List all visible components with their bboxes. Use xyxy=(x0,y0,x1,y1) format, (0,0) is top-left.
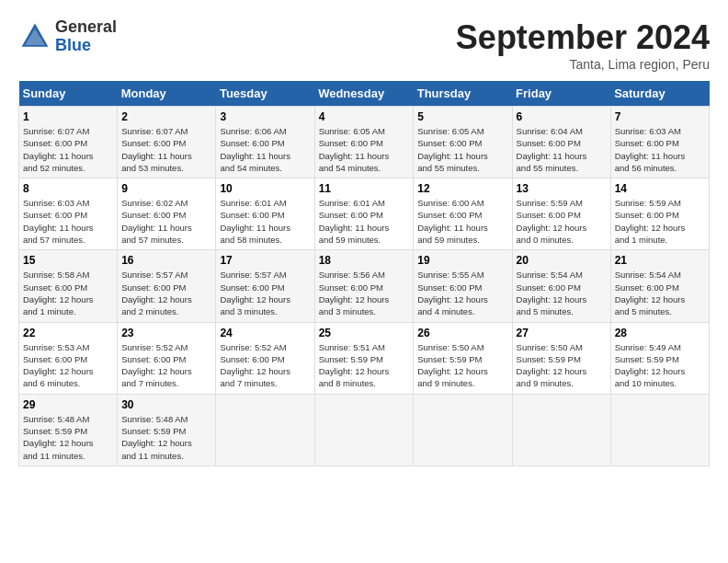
calendar-cell: 25Sunrise: 5:51 AM Sunset: 5:59 PM Dayli… xyxy=(314,322,414,394)
day-info: Sunrise: 6:01 AM Sunset: 6:00 PM Dayligh… xyxy=(319,197,410,246)
day-info: Sunrise: 5:52 AM Sunset: 6:00 PM Dayligh… xyxy=(220,341,310,390)
calendar-cell: 18Sunrise: 5:56 AM Sunset: 6:00 PM Dayli… xyxy=(314,250,414,322)
day-number: 28 xyxy=(615,327,705,339)
day-number: 13 xyxy=(517,182,607,195)
day-number: 11 xyxy=(319,182,410,195)
logo-blue: Blue xyxy=(55,36,91,54)
day-info: Sunrise: 6:05 AM Sunset: 6:00 PM Dayligh… xyxy=(417,125,507,174)
day-info: Sunrise: 5:54 AM Sunset: 6:00 PM Dayligh… xyxy=(517,269,607,317)
day-number: 29 xyxy=(23,398,113,411)
calendar-cell: 30Sunrise: 5:48 AM Sunset: 5:59 PM Dayli… xyxy=(118,394,216,465)
day-info: Sunrise: 6:02 AM Sunset: 6:00 PM Dayligh… xyxy=(121,197,211,246)
day-number: 25 xyxy=(319,327,410,339)
weekday-header-tuesday: Tuesday xyxy=(216,81,314,107)
day-number: 14 xyxy=(615,182,705,195)
calendar-cell: 11Sunrise: 6:01 AM Sunset: 6:00 PM Dayli… xyxy=(314,178,414,250)
day-info: Sunrise: 5:54 AM Sunset: 6:00 PM Dayligh… xyxy=(615,269,705,317)
calendar-cell: 9Sunrise: 6:02 AM Sunset: 6:00 PM Daylig… xyxy=(118,178,216,250)
calendar-cell: 21Sunrise: 5:54 AM Sunset: 6:00 PM Dayli… xyxy=(610,250,709,322)
calendar-cell: 16Sunrise: 5:57 AM Sunset: 6:00 PM Dayli… xyxy=(118,250,216,322)
day-number: 10 xyxy=(220,182,310,195)
weekday-header-friday: Friday xyxy=(512,81,610,107)
day-number: 3 xyxy=(220,110,310,123)
calendar-table: SundayMondayTuesdayWednesdayThursdayFrid… xyxy=(18,81,710,466)
calendar-cell: 2Sunrise: 6:07 AM Sunset: 6:00 PM Daylig… xyxy=(118,107,216,178)
calendar-cell: 29Sunrise: 5:48 AM Sunset: 5:59 PM Dayli… xyxy=(19,394,118,465)
calendar-cell xyxy=(414,394,512,465)
calendar-cell: 17Sunrise: 5:57 AM Sunset: 6:00 PM Dayli… xyxy=(216,250,314,322)
logo-general: General xyxy=(55,17,117,36)
month-title: September 2024 xyxy=(456,18,710,57)
day-info: Sunrise: 6:00 AM Sunset: 6:00 PM Dayligh… xyxy=(417,197,507,246)
day-info: Sunrise: 5:59 AM Sunset: 6:00 PM Dayligh… xyxy=(517,197,607,246)
day-number: 17 xyxy=(220,254,310,267)
day-number: 8 xyxy=(23,182,113,195)
day-info: Sunrise: 5:59 AM Sunset: 6:00 PM Dayligh… xyxy=(615,197,705,246)
day-number: 19 xyxy=(417,254,507,267)
day-number: 23 xyxy=(121,327,211,339)
calendar-week-2: 8Sunrise: 6:03 AM Sunset: 6:00 PM Daylig… xyxy=(19,178,710,250)
day-info: Sunrise: 6:06 AM Sunset: 6:00 PM Dayligh… xyxy=(220,125,310,174)
calendar-cell xyxy=(610,394,709,465)
day-number: 27 xyxy=(517,327,607,339)
calendar-cell: 5Sunrise: 6:05 AM Sunset: 6:00 PM Daylig… xyxy=(414,107,512,178)
day-info: Sunrise: 6:04 AM Sunset: 6:00 PM Dayligh… xyxy=(517,125,607,174)
day-info: Sunrise: 5:50 AM Sunset: 5:59 PM Dayligh… xyxy=(517,341,607,390)
day-number: 6 xyxy=(517,110,607,123)
day-number: 24 xyxy=(220,327,310,339)
day-number: 15 xyxy=(23,254,113,267)
day-info: Sunrise: 5:58 AM Sunset: 6:00 PM Dayligh… xyxy=(23,269,113,317)
calendar-cell: 13Sunrise: 5:59 AM Sunset: 6:00 PM Dayli… xyxy=(512,178,610,250)
day-info: Sunrise: 6:07 AM Sunset: 6:00 PM Dayligh… xyxy=(121,125,211,174)
calendar-cell: 19Sunrise: 5:55 AM Sunset: 6:00 PM Dayli… xyxy=(414,250,512,322)
day-number: 16 xyxy=(121,254,211,267)
day-info: Sunrise: 5:51 AM Sunset: 5:59 PM Dayligh… xyxy=(319,341,410,390)
calendar-cell: 1Sunrise: 6:07 AM Sunset: 6:00 PM Daylig… xyxy=(19,107,118,178)
calendar-cell: 12Sunrise: 6:00 AM Sunset: 6:00 PM Dayli… xyxy=(414,178,512,250)
day-info: Sunrise: 5:57 AM Sunset: 6:00 PM Dayligh… xyxy=(220,269,310,317)
location: Tanta, Lima region, Peru xyxy=(456,57,710,72)
day-info: Sunrise: 5:49 AM Sunset: 5:59 PM Dayligh… xyxy=(615,341,705,390)
day-info: Sunrise: 6:01 AM Sunset: 6:00 PM Dayligh… xyxy=(220,197,310,246)
calendar-week-1: 1Sunrise: 6:07 AM Sunset: 6:00 PM Daylig… xyxy=(19,107,710,178)
weekday-header-row: SundayMondayTuesdayWednesdayThursdayFrid… xyxy=(19,81,710,107)
page-header: General Blue September 2024 Tanta, Lima … xyxy=(18,18,710,72)
day-info: Sunrise: 5:53 AM Sunset: 6:00 PM Dayligh… xyxy=(23,341,113,390)
day-info: Sunrise: 6:07 AM Sunset: 6:00 PM Dayligh… xyxy=(23,125,113,174)
calendar-cell: 7Sunrise: 6:03 AM Sunset: 6:00 PM Daylig… xyxy=(610,107,709,178)
calendar-cell xyxy=(512,394,610,465)
calendar-cell: 20Sunrise: 5:54 AM Sunset: 6:00 PM Dayli… xyxy=(512,250,610,322)
day-info: Sunrise: 5:48 AM Sunset: 5:59 PM Dayligh… xyxy=(121,413,211,462)
calendar-cell: 22Sunrise: 5:53 AM Sunset: 6:00 PM Dayli… xyxy=(19,322,118,394)
day-info: Sunrise: 5:48 AM Sunset: 5:59 PM Dayligh… xyxy=(23,413,113,462)
day-number: 30 xyxy=(121,398,211,411)
calendar-week-5: 29Sunrise: 5:48 AM Sunset: 5:59 PM Dayli… xyxy=(19,394,710,465)
calendar-cell: 3Sunrise: 6:06 AM Sunset: 6:00 PM Daylig… xyxy=(216,107,314,178)
day-number: 22 xyxy=(23,327,113,339)
logo-text: General Blue xyxy=(55,18,117,55)
day-number: 4 xyxy=(319,110,410,123)
day-number: 1 xyxy=(23,110,113,123)
calendar-cell: 4Sunrise: 6:05 AM Sunset: 6:00 PM Daylig… xyxy=(314,107,414,178)
weekday-header-monday: Monday xyxy=(118,81,216,107)
day-number: 7 xyxy=(615,110,705,123)
title-area: September 2024 Tanta, Lima region, Peru xyxy=(456,18,710,72)
logo-icon xyxy=(18,20,51,53)
day-info: Sunrise: 6:03 AM Sunset: 6:00 PM Dayligh… xyxy=(23,197,113,246)
calendar-cell: 27Sunrise: 5:50 AM Sunset: 5:59 PM Dayli… xyxy=(512,322,610,394)
weekday-header-saturday: Saturday xyxy=(610,81,709,107)
day-number: 18 xyxy=(319,254,410,267)
day-number: 21 xyxy=(615,254,705,267)
weekday-header-wednesday: Wednesday xyxy=(314,81,414,107)
calendar-cell: 10Sunrise: 6:01 AM Sunset: 6:00 PM Dayli… xyxy=(216,178,314,250)
day-info: Sunrise: 5:50 AM Sunset: 5:59 PM Dayligh… xyxy=(417,341,507,390)
calendar-cell xyxy=(314,394,414,465)
calendar-cell: 6Sunrise: 6:04 AM Sunset: 6:00 PM Daylig… xyxy=(512,107,610,178)
day-number: 12 xyxy=(417,182,507,195)
weekday-header-thursday: Thursday xyxy=(414,81,512,107)
day-info: Sunrise: 5:56 AM Sunset: 6:00 PM Dayligh… xyxy=(319,269,410,317)
calendar-cell: 28Sunrise: 5:49 AM Sunset: 5:59 PM Dayli… xyxy=(610,322,709,394)
day-number: 2 xyxy=(121,110,211,123)
calendar-week-4: 22Sunrise: 5:53 AM Sunset: 6:00 PM Dayli… xyxy=(19,322,710,394)
calendar-cell: 15Sunrise: 5:58 AM Sunset: 6:00 PM Dayli… xyxy=(19,250,118,322)
